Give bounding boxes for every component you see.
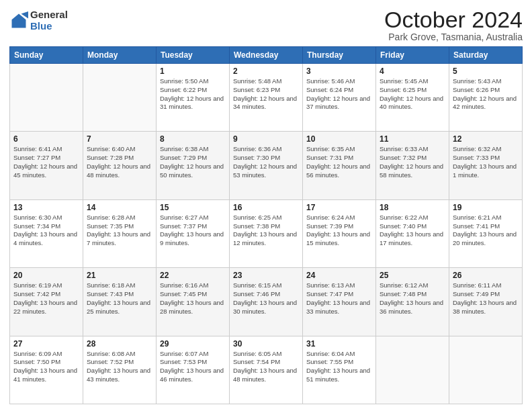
day-info: Sunrise: 6:38 AM Sunset: 7:29 PM Dayligh… bbox=[160, 145, 226, 179]
calendar-cell: 2Sunrise: 5:48 AM Sunset: 6:23 PM Daylig… bbox=[230, 64, 303, 132]
day-number: 30 bbox=[233, 339, 299, 349]
day-info: Sunrise: 5:50 AM Sunset: 6:22 PM Dayligh… bbox=[160, 77, 226, 111]
day-number: 18 bbox=[380, 203, 445, 212]
calendar-cell: 25Sunrise: 6:12 AM Sunset: 7:48 PM Dayli… bbox=[376, 268, 449, 336]
day-number: 17 bbox=[306, 203, 372, 212]
calendar-week-row: 6Sunrise: 6:41 AM Sunset: 7:27 PM Daylig… bbox=[10, 132, 523, 199]
day-info: Sunrise: 6:13 AM Sunset: 7:47 PM Dayligh… bbox=[306, 281, 372, 316]
day-number: 4 bbox=[380, 66, 445, 76]
day-number: 1 bbox=[160, 66, 226, 76]
calendar-cell bbox=[449, 336, 523, 404]
logo-icon bbox=[9, 11, 28, 30]
day-info: Sunrise: 5:46 AM Sunset: 6:24 PM Dayligh… bbox=[306, 77, 372, 111]
weekday-header-friday: Friday bbox=[376, 47, 449, 64]
calendar-cell: 11Sunrise: 6:33 AM Sunset: 7:32 PM Dayli… bbox=[376, 132, 449, 199]
day-info: Sunrise: 6:19 AM Sunset: 7:42 PM Dayligh… bbox=[13, 281, 79, 316]
day-number: 11 bbox=[380, 134, 445, 144]
calendar-cell: 1Sunrise: 5:50 AM Sunset: 6:22 PM Daylig… bbox=[157, 64, 230, 132]
day-info: Sunrise: 6:24 AM Sunset: 7:39 PM Dayligh… bbox=[306, 214, 372, 248]
day-info: Sunrise: 5:45 AM Sunset: 6:25 PM Dayligh… bbox=[380, 77, 445, 111]
calendar-cell: 17Sunrise: 6:24 AM Sunset: 7:39 PM Dayli… bbox=[303, 199, 376, 267]
calendar-week-row: 1Sunrise: 5:50 AM Sunset: 6:22 PM Daylig… bbox=[10, 64, 523, 132]
day-info: Sunrise: 5:43 AM Sunset: 6:26 PM Dayligh… bbox=[453, 77, 519, 111]
calendar-cell bbox=[83, 64, 157, 132]
day-number: 21 bbox=[87, 271, 152, 280]
day-number: 27 bbox=[13, 339, 79, 349]
calendar-cell: 26Sunrise: 6:11 AM Sunset: 7:49 PM Dayli… bbox=[449, 268, 523, 336]
weekday-header-sunday: Sunday bbox=[10, 47, 83, 64]
day-number: 9 bbox=[233, 134, 299, 144]
calendar-cell: 20Sunrise: 6:19 AM Sunset: 7:42 PM Dayli… bbox=[10, 268, 83, 336]
day-info: Sunrise: 6:35 AM Sunset: 7:31 PM Dayligh… bbox=[306, 145, 372, 179]
day-number: 23 bbox=[233, 271, 299, 280]
day-info: Sunrise: 6:41 AM Sunset: 7:27 PM Dayligh… bbox=[13, 145, 79, 179]
calendar-week-row: 13Sunrise: 6:30 AM Sunset: 7:34 PM Dayli… bbox=[10, 199, 523, 267]
calendar-cell: 18Sunrise: 6:22 AM Sunset: 7:40 PM Dayli… bbox=[376, 199, 449, 267]
day-info: Sunrise: 6:08 AM Sunset: 7:52 PM Dayligh… bbox=[87, 350, 152, 384]
day-number: 2 bbox=[233, 66, 299, 76]
day-info: Sunrise: 6:15 AM Sunset: 7:46 PM Dayligh… bbox=[233, 281, 299, 316]
calendar-cell: 12Sunrise: 6:32 AM Sunset: 7:33 PM Dayli… bbox=[449, 132, 523, 199]
logo-blue: Blue bbox=[30, 21, 68, 32]
day-number: 25 bbox=[380, 271, 445, 280]
day-number: 20 bbox=[13, 271, 79, 280]
day-number: 16 bbox=[233, 203, 299, 212]
day-info: Sunrise: 6:28 AM Sunset: 7:35 PM Dayligh… bbox=[87, 214, 152, 248]
day-info: Sunrise: 6:40 AM Sunset: 7:28 PM Dayligh… bbox=[87, 145, 152, 179]
day-info: Sunrise: 6:16 AM Sunset: 7:45 PM Dayligh… bbox=[160, 281, 226, 316]
day-number: 14 bbox=[87, 203, 152, 212]
calendar-cell: 29Sunrise: 6:07 AM Sunset: 7:53 PM Dayli… bbox=[157, 336, 230, 404]
day-info: Sunrise: 6:05 AM Sunset: 7:54 PM Dayligh… bbox=[233, 350, 299, 384]
day-number: 29 bbox=[160, 339, 226, 349]
calendar-cell: 22Sunrise: 6:16 AM Sunset: 7:45 PM Dayli… bbox=[157, 268, 230, 336]
day-number: 12 bbox=[453, 134, 519, 144]
day-number: 28 bbox=[87, 339, 152, 349]
calendar-cell: 13Sunrise: 6:30 AM Sunset: 7:34 PM Dayli… bbox=[10, 199, 83, 267]
day-number: 24 bbox=[306, 271, 372, 280]
day-number: 3 bbox=[306, 66, 372, 76]
page: General Blue October 2024 Park Grove, Ta… bbox=[0, 0, 532, 411]
day-info: Sunrise: 6:30 AM Sunset: 7:34 PM Dayligh… bbox=[13, 214, 79, 248]
calendar-cell: 3Sunrise: 5:46 AM Sunset: 6:24 PM Daylig… bbox=[303, 64, 376, 132]
day-info: Sunrise: 6:32 AM Sunset: 7:33 PM Dayligh… bbox=[453, 145, 519, 179]
day-number: 26 bbox=[453, 271, 519, 280]
calendar-week-row: 20Sunrise: 6:19 AM Sunset: 7:42 PM Dayli… bbox=[10, 268, 523, 336]
day-info: Sunrise: 6:22 AM Sunset: 7:40 PM Dayligh… bbox=[380, 214, 445, 248]
day-number: 8 bbox=[160, 134, 226, 144]
day-info: Sunrise: 6:25 AM Sunset: 7:38 PM Dayligh… bbox=[233, 214, 299, 248]
calendar-cell: 21Sunrise: 6:18 AM Sunset: 7:43 PM Dayli… bbox=[83, 268, 157, 336]
calendar-cell: 5Sunrise: 5:43 AM Sunset: 6:26 PM Daylig… bbox=[449, 64, 523, 132]
day-info: Sunrise: 6:09 AM Sunset: 7:50 PM Dayligh… bbox=[13, 350, 79, 384]
day-info: Sunrise: 6:12 AM Sunset: 7:48 PM Dayligh… bbox=[380, 281, 445, 316]
day-number: 7 bbox=[87, 134, 152, 144]
day-info: Sunrise: 6:36 AM Sunset: 7:30 PM Dayligh… bbox=[233, 145, 299, 179]
weekday-header-tuesday: Tuesday bbox=[157, 47, 230, 64]
location-title: Park Grove, Tasmania, Australia bbox=[384, 32, 523, 42]
calendar-cell: 15Sunrise: 6:27 AM Sunset: 7:37 PM Dayli… bbox=[157, 199, 230, 267]
calendar-cell: 31Sunrise: 6:04 AM Sunset: 7:55 PM Dayli… bbox=[303, 336, 376, 404]
weekday-header-wednesday: Wednesday bbox=[230, 47, 303, 64]
day-number: 10 bbox=[306, 134, 372, 144]
calendar-table: SundayMondayTuesdayWednesdayThursdayFrid… bbox=[9, 46, 523, 404]
day-number: 13 bbox=[13, 203, 79, 212]
calendar-cell: 24Sunrise: 6:13 AM Sunset: 7:47 PM Dayli… bbox=[303, 268, 376, 336]
day-number: 19 bbox=[453, 203, 519, 212]
weekday-header-monday: Monday bbox=[83, 47, 157, 64]
month-title: October 2024 bbox=[384, 7, 523, 33]
calendar-cell: 7Sunrise: 6:40 AM Sunset: 7:28 PM Daylig… bbox=[83, 132, 157, 199]
logo: General Blue bbox=[9, 9, 68, 32]
calendar-cell: 30Sunrise: 6:05 AM Sunset: 7:54 PM Dayli… bbox=[230, 336, 303, 404]
day-number: 22 bbox=[160, 271, 226, 280]
logo-text: General Blue bbox=[30, 9, 68, 32]
weekday-header-saturday: Saturday bbox=[449, 47, 523, 64]
calendar-cell: 28Sunrise: 6:08 AM Sunset: 7:52 PM Dayli… bbox=[83, 336, 157, 404]
calendar-cell: 14Sunrise: 6:28 AM Sunset: 7:35 PM Dayli… bbox=[83, 199, 157, 267]
day-info: Sunrise: 5:48 AM Sunset: 6:23 PM Dayligh… bbox=[233, 77, 299, 111]
calendar-cell: 23Sunrise: 6:15 AM Sunset: 7:46 PM Dayli… bbox=[230, 268, 303, 336]
calendar-week-row: 27Sunrise: 6:09 AM Sunset: 7:50 PM Dayli… bbox=[10, 336, 523, 404]
day-number: 15 bbox=[160, 203, 226, 212]
calendar-cell: 4Sunrise: 5:45 AM Sunset: 6:25 PM Daylig… bbox=[376, 64, 449, 132]
day-info: Sunrise: 6:33 AM Sunset: 7:32 PM Dayligh… bbox=[380, 145, 445, 179]
weekday-header-thursday: Thursday bbox=[303, 47, 376, 64]
calendar-cell: 6Sunrise: 6:41 AM Sunset: 7:27 PM Daylig… bbox=[10, 132, 83, 199]
